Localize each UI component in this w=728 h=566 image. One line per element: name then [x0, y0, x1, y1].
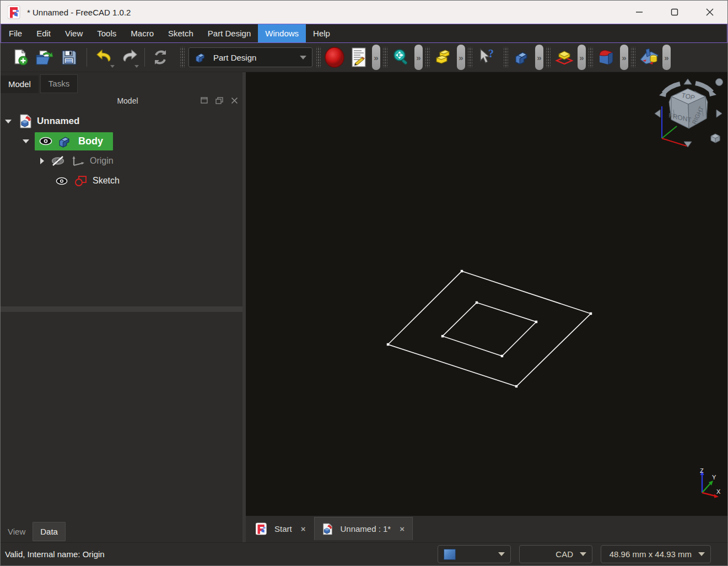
menu-file[interactable]: File: [2, 24, 29, 42]
undo-dropdown-arrow[interactable]: [110, 65, 115, 68]
draw-style-selector[interactable]: [438, 545, 511, 563]
navigation-style-selector[interactable]: CAD: [519, 545, 592, 563]
mdi-tab-close-icon[interactable]: ×: [400, 524, 405, 533]
create-body-button[interactable]: [510, 45, 534, 70]
toolbar-expand-button[interactable]: »: [662, 45, 671, 70]
workbench-dropdown-arrow: [300, 56, 306, 60]
undo-button[interactable]: [93, 45, 117, 70]
window-controls: [622, 1, 727, 24]
redo-dropdown-arrow[interactable]: [134, 65, 139, 68]
tree-row-origin[interactable]: Origin: [1, 151, 242, 171]
sketch-vertex-point: [501, 355, 503, 357]
sketch-vertex-point: [387, 343, 389, 346]
sketch-outer-square: [388, 271, 591, 386]
workbench-label: Part Design: [213, 53, 256, 62]
mdi-tab-label: Unnamed : 1*: [340, 524, 391, 533]
macro-edit-button[interactable]: [347, 45, 371, 70]
menu-edit[interactable]: Edit: [29, 24, 58, 42]
expand-arrow-icon[interactable]: [5, 120, 12, 123]
toolbar-expand-button[interactable]: »: [414, 45, 423, 70]
selected-item-highlight[interactable]: Body: [35, 132, 113, 150]
toolbar-drag-handle[interactable]: [504, 47, 508, 68]
close-button[interactable]: [692, 1, 727, 24]
expand-arrow-icon[interactable]: [40, 158, 44, 164]
tab-view[interactable]: View: [1, 522, 33, 541]
toolbar-drag-handle[interactable]: [316, 47, 321, 68]
open-document-button[interactable]: [33, 45, 57, 70]
mdi-tab-start[interactable]: Start ×: [248, 517, 313, 540]
viewport-dimensions-selector[interactable]: 48.96 mm x 44.93 mm: [601, 545, 711, 563]
save-document-icon: [60, 48, 78, 66]
menu-sketch[interactable]: Sketch: [161, 24, 201, 42]
redo-button[interactable]: [117, 45, 141, 70]
refresh-button[interactable]: [148, 45, 172, 70]
toolbar-expand-button[interactable]: »: [457, 45, 465, 70]
svg-text:?: ?: [488, 47, 494, 60]
minimize-button[interactable]: [622, 1, 657, 24]
freecad-logo-icon: [8, 5, 21, 19]
zoom-fit-button[interactable]: [389, 45, 413, 70]
tree-row-sketch[interactable]: Sketch: [1, 171, 242, 191]
dock-splitter[interactable]: [1, 306, 242, 312]
whats-this-icon: ?: [476, 47, 496, 67]
tree-row-body[interactable]: Body: [1, 131, 242, 151]
mdi-tab-unnamed[interactable]: Unnamed : 1* ×: [314, 517, 413, 540]
titlebar: * Unnamed - FreeCAD 1.0.2: [1, 1, 727, 24]
toolbar-drag-handle[interactable]: [546, 47, 551, 68]
property-editor-empty: [1, 312, 242, 521]
toolbar-expand-button[interactable]: »: [535, 45, 543, 70]
new-document-button[interactable]: [8, 45, 33, 70]
tree-row-document[interactable]: Unnamed: [1, 111, 242, 131]
nav-small-cube-icon: [711, 134, 720, 143]
sketch-vertex-point: [461, 270, 463, 272]
model-panel-header: Model: [1, 93, 242, 108]
menu-windows[interactable]: Windows: [258, 24, 306, 42]
freecad-logo-icon: [256, 522, 267, 535]
toolbar-drag-handle[interactable]: [180, 47, 185, 68]
nav-arrow-left-icon: [655, 110, 660, 117]
tab-tasks[interactable]: Tasks: [40, 74, 78, 93]
toolbar-separator: [144, 48, 145, 67]
tab-model[interactable]: Model: [1, 76, 39, 93]
menu-macro[interactable]: Macro: [123, 24, 161, 42]
menu-help[interactable]: Help: [306, 24, 337, 42]
toolbar-drag-handle[interactable]: [589, 47, 593, 68]
expand-arrow-icon[interactable]: [23, 139, 29, 143]
pocket-button[interactable]: [595, 45, 619, 70]
nav-arrow-down-icon: [684, 142, 692, 147]
toolbar-expand-button[interactable]: »: [620, 45, 628, 70]
sketch-vertex-point: [590, 312, 592, 315]
navigation-style-value: CAD: [556, 549, 573, 559]
toolbar-drag-handle[interactable]: [631, 47, 635, 68]
macro-record-button[interactable]: [322, 45, 347, 70]
create-body-icon: [514, 49, 530, 66]
toolbar-expand-button[interactable]: »: [578, 45, 586, 70]
maximize-button[interactable]: [657, 1, 692, 24]
whats-this-button[interactable]: ?: [474, 45, 498, 70]
3d-viewport[interactable]: TOP FRONT RIGHT: [246, 72, 727, 516]
visibility-hidden-eye-icon: [51, 156, 65, 166]
create-datum-button[interactable]: [552, 45, 576, 70]
panel-close-icon[interactable]: [231, 97, 238, 104]
toolbar-expand-button[interactable]: »: [372, 45, 380, 70]
toolbar-drag-handle[interactable]: [425, 47, 430, 68]
toolbar-drag-handle[interactable]: [468, 47, 472, 68]
dropdown-arrow-icon: [580, 552, 586, 556]
menu-part-design[interactable]: Part Design: [201, 24, 258, 42]
save-document-button[interactable]: [57, 45, 81, 70]
workbench-selector[interactable]: Part Design: [188, 47, 312, 67]
transform-button[interactable]: [637, 45, 661, 70]
toolbar-drag-handle[interactable]: [383, 47, 387, 68]
panel-dock-icon[interactable]: [201, 97, 208, 104]
axis-z-label: Z: [700, 467, 704, 474]
pad-blocks-button[interactable]: [432, 45, 456, 70]
macro-edit-icon: [350, 47, 367, 68]
menu-view[interactable]: View: [58, 24, 90, 42]
menu-tools[interactable]: Tools: [90, 24, 123, 42]
toolbar-separator: [87, 48, 87, 67]
tab-data[interactable]: Data: [33, 522, 66, 541]
mdi-tab-close-icon[interactable]: ×: [301, 524, 306, 533]
navigation-cube[interactable]: TOP FRONT RIGHT: [652, 77, 724, 149]
panel-float-icon[interactable]: [215, 97, 223, 104]
undo-icon: [95, 49, 114, 66]
